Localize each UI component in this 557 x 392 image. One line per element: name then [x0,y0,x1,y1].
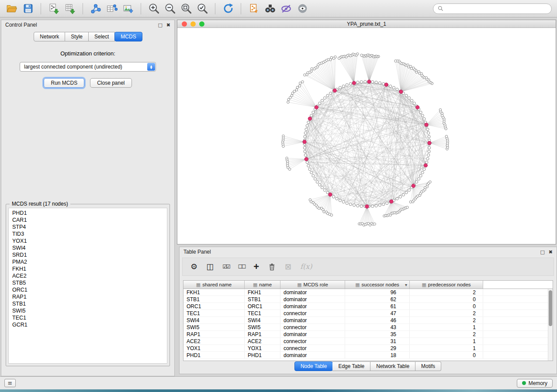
result-node-item[interactable]: STB1 [9,300,167,307]
clone-network-button[interactable] [247,2,260,15]
table-row[interactable]: TEC1TEC1connector472 [183,310,553,317]
result-node-item[interactable]: SRD1 [9,251,167,258]
zoom-out-button[interactable] [163,2,176,15]
result-node-item[interactable]: TEC1 [9,314,167,321]
maximize-window-icon[interactable] [199,21,204,27]
criterion-select[interactable]: largest connected component (undirected)… [20,62,156,72]
tab-network-table[interactable]: Network Table [370,361,415,371]
export-image-button[interactable] [121,2,135,15]
table-cell: connector [280,324,345,330]
column-header-name[interactable]: ▦name [245,281,280,289]
result-node-item[interactable]: ORC1 [9,286,167,293]
network-canvas[interactable] [177,28,556,244]
delete-row-icon[interactable] [268,263,276,271]
tab-style[interactable]: Style [65,32,89,41]
result-node-item[interactable]: SWI4 [9,244,167,251]
column-header-predecessor-nodes[interactable]: ▦predecessor nodes [410,281,483,289]
save-session-button[interactable] [21,2,35,15]
table-cell: connector [280,345,345,351]
close-panel-button[interactable]: Close panel [90,78,131,88]
table-row[interactable]: PHD1PHD1dominator180 [183,352,553,359]
node-table[interactable]: ▦shared name▦name▦MCDS role▦successor no… [183,280,553,361]
tab-node-table[interactable]: Node Table [294,361,333,371]
result-node-item[interactable]: RAP1 [9,293,167,300]
mcds-result-title: MCDS result (17 nodes) [10,201,70,207]
refresh-layout-button[interactable] [221,2,235,15]
tab-select[interactable]: Select [89,32,115,41]
table-row[interactable]: ORC1ORC1dominator610 [183,303,553,310]
table-cell: 1 [410,338,483,344]
zoom-fit-button[interactable] [180,2,193,15]
table-cell: 2 [410,317,483,323]
table-panel: Table Panel □ ✖ ⚙ ◫ ☑☑ ☐☐ + ⊠ f(x) ▦shar… [179,247,557,374]
table-cell: 43 [345,324,410,330]
scrollbar-thumb[interactable] [549,290,552,326]
zoom-in-button[interactable] [147,2,160,15]
close-window-icon[interactable] [182,21,187,27]
table-row[interactable]: RAP1RAP1dominator352 [183,331,553,338]
table-scrollbar[interactable] [548,289,553,361]
search-icon [437,5,444,12]
table-row[interactable]: STB1STB1dominator620 [183,296,553,303]
toolbar-separator [41,3,41,14]
float-panel-icon[interactable]: □ [158,23,162,28]
result-node-item[interactable]: ACE2 [9,272,167,279]
table-row[interactable]: SWI4SWI4dominator462 [183,317,553,324]
table-panel-tabs: Node TableEdge TableNetwork TableMotifs [295,361,441,371]
settings-gear-icon[interactable]: ⚙ [190,263,197,271]
import-table-button[interactable] [63,2,76,15]
minimize-window-icon[interactable] [190,21,196,27]
open-session-button[interactable] [5,2,18,15]
row-filler [483,310,553,316]
network-graph[interactable] [177,28,556,244]
control-panel: Control Panel □ ✖ NetworkStyleSelectMCDS… [1,20,175,376]
run-mcds-button[interactable]: Run MCDS [44,78,84,88]
result-node-item[interactable]: CAR1 [9,217,167,224]
tab-network[interactable]: Network [34,32,65,41]
table-row[interactable]: SWI5SWI5connector431 [183,324,553,331]
new-network-button[interactable] [89,2,102,15]
table-row[interactable]: ACE2ACE2connector311 [183,338,553,345]
mcds-result-list[interactable]: PHD1CAR1STP4TID3YOX1SWI4SRD1PMA2FKH1ACE2… [8,208,167,364]
import-network-button[interactable] [47,2,60,15]
add-row-icon[interactable]: + [253,262,259,272]
table-row[interactable]: FKH1FKH1dominator962 [183,289,553,296]
close-table-panel-icon[interactable]: ✖ [549,250,553,254]
tab-motifs[interactable]: Motifs [415,361,441,371]
zoom-selected-button[interactable] [196,2,209,15]
result-node-item[interactable]: STB5 [9,279,167,286]
toolbar-separator [141,3,141,14]
close-panel-icon[interactable]: ✖ [166,23,170,28]
tab-edge-table[interactable]: Edge Table [332,361,370,371]
result-node-item[interactable]: PMA2 [9,258,167,265]
table-cell: 61 [345,303,410,309]
result-node-item[interactable]: SWI5 [9,307,167,314]
result-node-item[interactable]: PHD1 [9,210,167,217]
result-node-item[interactable]: TID3 [9,230,167,237]
float-table-panel-icon[interactable]: □ [540,250,544,254]
network-table-button[interactable] [105,2,118,15]
desktop-background [0,389,557,392]
result-node-item[interactable]: FKH1 [9,265,167,272]
column-header-successor-nodes[interactable]: ▦successor nodes▾ [345,281,410,289]
search-input[interactable] [446,5,547,12]
deselect-all-icon[interactable]: ☐☐ [238,264,245,269]
result-node-item[interactable]: YOX1 [9,237,167,244]
global-search[interactable] [433,3,552,14]
sort-caret-icon[interactable]: ▾ [405,282,407,287]
show-all-button[interactable] [296,2,309,15]
table-row[interactable]: YOX1YOX1connector291 [183,345,553,352]
select-all-icon[interactable]: ☑☑ [222,264,229,269]
result-node-item[interactable]: GCR1 [9,321,167,328]
memory-label: Memory [529,380,547,386]
tab-mcds[interactable]: MCDS [114,32,142,41]
column-header-shared-name[interactable]: ▦shared name [183,281,245,289]
panel-menu-button[interactable]: ≡ [4,379,16,387]
column-header-MCDS-role[interactable]: ▦MCDS role [280,281,345,289]
find-button[interactable] [263,2,277,15]
result-node-item[interactable]: STP4 [9,224,167,230]
memory-button[interactable]: Memory [517,379,553,388]
control-panel-header: Control Panel □ ✖ [1,20,174,30]
hide-selected-button[interactable] [280,2,293,15]
column-visibility-icon[interactable]: ◫ [206,263,214,271]
